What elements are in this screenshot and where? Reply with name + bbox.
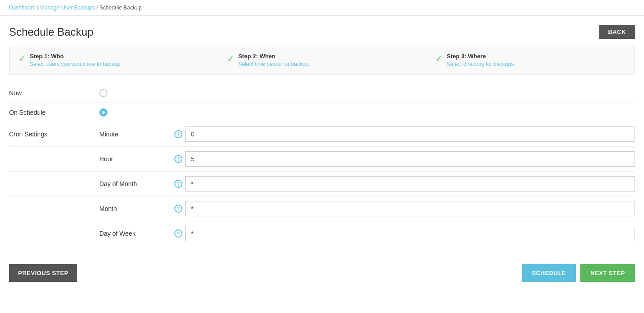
cron-input-hour[interactable]	[185, 151, 635, 167]
cron-row-minute: Cron SettingsMinute?	[9, 122, 635, 147]
cron-rows: Cron SettingsMinute?Hour?Day of Month?Mo…	[9, 122, 635, 246]
cron-outer-label-minute: Cron Settings	[9, 131, 99, 138]
help-icon-day_of_month[interactable]: ?	[174, 180, 182, 188]
cron-inner-label-month: Month	[99, 205, 172, 212]
now-row: Now	[9, 84, 635, 103]
timing-section: Now On Schedule	[9, 84, 635, 122]
cron-inner-label-day_of_week: Day of Week	[99, 230, 172, 237]
cron-input-month[interactable]	[185, 201, 635, 216]
step-3-check-icon: ✓	[435, 54, 442, 64]
cron-row-hour: Hour?	[9, 147, 635, 172]
step-2-check-icon: ✓	[227, 54, 234, 64]
help-icon-minute[interactable]: ?	[174, 130, 182, 138]
step-1-title: Step 1: Who	[30, 53, 121, 60]
breadcrumb-manage-user-backups[interactable]: Manage User Backups	[40, 5, 95, 11]
now-radio[interactable]	[99, 89, 107, 97]
step-1-desc: Select users you would like to backup.	[30, 61, 121, 67]
on-schedule-label: On Schedule	[9, 109, 99, 116]
page-title: Schedule Backup	[9, 26, 93, 38]
step-3-title: Step 3: Where	[447, 53, 515, 60]
step-3: ✓ Step 3: Where Select directory for bac…	[426, 46, 635, 74]
help-icon-hour[interactable]: ?	[174, 155, 182, 163]
back-button[interactable]: BACK	[599, 25, 635, 39]
cron-section: Cron SettingsMinute?Hour?Day of Month?Mo…	[9, 122, 635, 246]
help-icon-month[interactable]: ?	[174, 205, 182, 213]
cron-row-day_of_month: Day of Month?	[9, 172, 635, 196]
step-2: ✓ Step 2: When Select time period for ba…	[218, 46, 427, 74]
steps-container: ✓ Step 1: Who Select users you would lik…	[9, 46, 635, 75]
next-step-button[interactable]: NEXT STEP	[580, 264, 635, 282]
schedule-button[interactable]: SCHEDULE	[522, 264, 576, 282]
now-label: Now	[9, 89, 99, 97]
cron-row-month: Month?	[9, 196, 635, 221]
cron-inner-label-hour: Hour	[99, 155, 172, 163]
step-3-desc: Select directory for backups.	[447, 61, 515, 67]
page-header: Schedule Backup BACK	[0, 16, 644, 46]
breadcrumb-dashboard[interactable]: Dashboard	[9, 5, 36, 11]
step-2-title: Step 2: When	[238, 53, 310, 60]
footer-right-buttons: SCHEDULE NEXT STEP	[522, 264, 635, 282]
cron-input-day_of_month[interactable]	[185, 176, 635, 192]
on-schedule-radio[interactable]	[99, 108, 107, 117]
step-1: ✓ Step 1: Who Select users you would lik…	[9, 46, 218, 74]
footer-bar: PREVIOUS STEP SCHEDULE NEXT STEP	[0, 255, 644, 291]
breadcrumb: Dashboard / Manage User Backups / Schedu…	[0, 0, 644, 16]
on-schedule-row: On Schedule	[9, 103, 635, 122]
previous-step-button[interactable]: PREVIOUS STEP	[9, 264, 77, 282]
step-1-check-icon: ✓	[19, 54, 25, 64]
cron-input-minute[interactable]	[185, 126, 635, 142]
cron-inner-label-day_of_month: Day of Month	[99, 180, 172, 187]
cron-inner-label-minute: Minute	[99, 131, 172, 138]
cron-input-day_of_week[interactable]	[185, 226, 635, 241]
cron-row-day_of_week: Day of Week?	[9, 221, 635, 246]
step-2-desc: Select time period for backup.	[238, 61, 310, 67]
help-icon-day_of_week[interactable]: ?	[174, 229, 182, 238]
